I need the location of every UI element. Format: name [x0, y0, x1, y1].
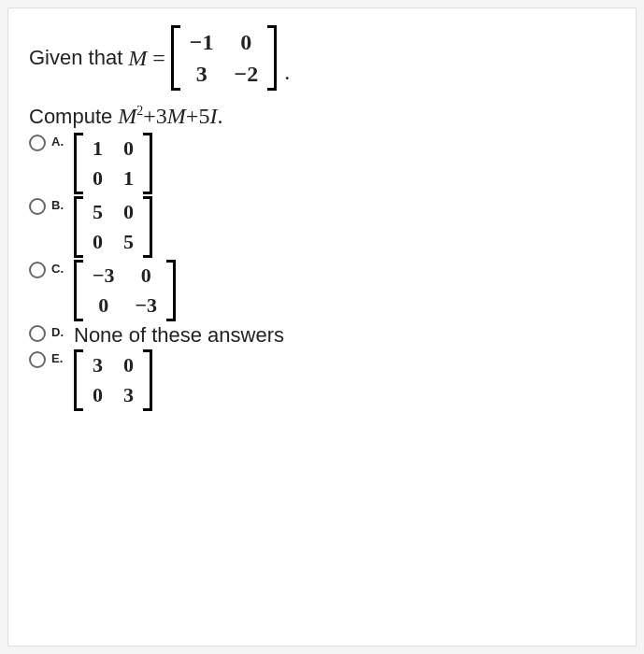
- option-text-D: None of these answers: [74, 323, 284, 348]
- option-content-E: 3 0 0 3: [74, 349, 152, 411]
- matrix-body-A: 1 0 0 1: [83, 133, 143, 194]
- a00: 1: [93, 138, 103, 159]
- m00: −1: [190, 31, 214, 53]
- options-list: A. 1 0 0 1 B.: [29, 133, 615, 411]
- e00: 3: [93, 355, 103, 376]
- question-card: Given that M = −1 0 3 −2 . Compute M2+3M…: [7, 7, 637, 647]
- option-label-A: A.: [51, 135, 68, 149]
- expr-dot: .: [217, 104, 222, 128]
- matrix-body-B: 5 0 0 5: [83, 196, 143, 258]
- matrix-body: −1 0 3 −2: [180, 25, 267, 91]
- option-label-B: B.: [51, 198, 68, 212]
- bracket-right: [166, 260, 176, 321]
- e11: 3: [123, 385, 134, 405]
- bracket-left: [171, 25, 180, 91]
- compute-label: Compute: [29, 105, 112, 129]
- radio-icon[interactable]: [29, 262, 46, 278]
- option-E[interactable]: E. 3 0 0 3: [29, 349, 615, 411]
- m10: 3: [196, 63, 208, 85]
- radio-icon[interactable]: [29, 135, 46, 151]
- option-content-C: −3 0 0 −3: [74, 260, 176, 321]
- option-label-C: C.: [51, 262, 68, 276]
- option-content-B: 5 0 0 5: [74, 196, 152, 258]
- radio-icon[interactable]: [29, 351, 46, 368]
- c01: 0: [141, 265, 151, 286]
- option-label-D: D.: [51, 325, 68, 339]
- b00: 5: [93, 202, 103, 222]
- matrix-body-E: 3 0 0 3: [83, 349, 143, 411]
- option-C[interactable]: C. −3 0 0 −3: [29, 260, 615, 321]
- expr-M2: M: [167, 104, 186, 128]
- matrix-body-C: −3 0 0 −3: [83, 260, 166, 321]
- option-content-A: 1 0 0 1: [74, 133, 152, 194]
- b10: 0: [93, 232, 103, 252]
- compute-line: Compute M2+3M+5I.: [29, 104, 615, 129]
- e10: 0: [93, 385, 103, 405]
- bracket-right: [267, 25, 277, 91]
- given-matrix: −1 0 3 −2: [171, 25, 277, 91]
- given-line: Given that M = −1 0 3 −2 .: [29, 25, 615, 91]
- a11: 1: [123, 168, 134, 189]
- expr-plus1: +: [143, 104, 156, 128]
- option-A[interactable]: A. 1 0 0 1: [29, 133, 615, 194]
- bracket-left: [74, 133, 83, 194]
- expr-5: 5: [198, 104, 209, 128]
- e01: 0: [123, 355, 134, 376]
- bracket-left: [74, 260, 83, 321]
- option-D[interactable]: D. None of these answers: [29, 323, 615, 348]
- b01: 0: [123, 202, 134, 222]
- expr-3: 3: [156, 104, 167, 128]
- m01: 0: [240, 31, 251, 53]
- option-B[interactable]: B. 5 0 0 5: [29, 196, 615, 258]
- var-M: M: [128, 46, 147, 71]
- bracket-right: [143, 349, 152, 411]
- c10: 0: [98, 295, 108, 316]
- radio-icon[interactable]: [29, 198, 46, 215]
- bracket-left: [74, 196, 83, 258]
- a10: 0: [93, 168, 103, 189]
- c00: −3: [93, 265, 115, 286]
- bracket-left: [74, 349, 83, 411]
- expr-M: M: [118, 104, 136, 128]
- compute-expression: M2+3M+5I.: [118, 104, 222, 129]
- given-text: Given that: [29, 46, 122, 70]
- bracket-right: [143, 196, 152, 258]
- bracket-right: [143, 133, 152, 194]
- m11: −2: [235, 63, 259, 85]
- a01: 0: [123, 138, 134, 159]
- expr-plus2: +: [186, 104, 199, 128]
- c11: −3: [136, 295, 158, 316]
- radio-icon[interactable]: [29, 325, 46, 342]
- equals-sign: =: [152, 46, 165, 71]
- b11: 5: [123, 232, 134, 252]
- option-label-E: E.: [51, 351, 68, 365]
- period: .: [284, 60, 290, 85]
